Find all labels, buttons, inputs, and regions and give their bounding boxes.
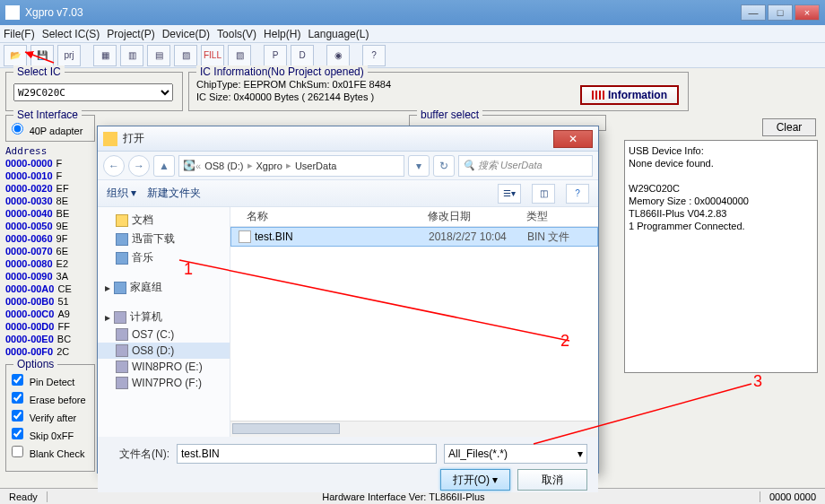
col-name[interactable]: 名称 [230, 209, 428, 224]
chip-read-icon[interactable]: ▦ [93, 45, 117, 66]
filename-input[interactable] [177, 444, 437, 464]
drive-icon: 💽 [183, 160, 195, 171]
tree-music[interactable]: 音乐 [98, 248, 230, 267]
menu-language[interactable]: Language(L) [308, 28, 369, 40]
menu-project[interactable]: Project(P) [107, 28, 154, 40]
prj-icon[interactable]: prj [57, 45, 81, 66]
refresh-button[interactable]: ↻ [433, 155, 455, 177]
column-headers[interactable]: 名称 修改日期 类型 [230, 207, 598, 227]
skip-ff-check[interactable]: Skip 0xFF [12, 428, 74, 442]
window-titlebar: Xgpro v7.03 — □ × [0, 0, 825, 25]
clear-button[interactable]: Clear [762, 118, 816, 136]
file-list: 名称 修改日期 类型 test.BIN 2018/2/27 10:04 BIN … [230, 207, 598, 437]
maximize-button[interactable]: □ [768, 4, 793, 21]
view-button[interactable]: ☰▾ [498, 184, 521, 204]
col-date[interactable]: 修改日期 [428, 209, 526, 224]
filename-label: 文件名(N): [109, 447, 169, 462]
search-input[interactable]: 🔍 搜索 UserData [458, 155, 593, 177]
dip-p-icon[interactable]: P [264, 45, 287, 66]
buffer-select-title: buffer select [417, 109, 482, 121]
set-interface-title: Set Interface [13, 109, 82, 121]
dialog-title: 打开 [123, 131, 553, 146]
ic-info-group: IC Information(No Project opened) ChipTy… [188, 72, 689, 111]
tree-drive-e[interactable]: WIN8PRO (E:) [98, 359, 230, 375]
tree-homegroup[interactable]: ▸ 家庭组 [98, 276, 230, 297]
help-icon[interactable]: ? [362, 45, 386, 66]
open-dialog: 打开 ✕ ← → ▲ 💽 « OS8 (D:)▸ Xgpro▸ UserData… [97, 126, 599, 474]
path-dropdown-button[interactable]: ▾ [408, 155, 430, 177]
menu-device[interactable]: Device(D) [162, 28, 210, 40]
organize-button[interactable]: 组织 ▾ [107, 186, 136, 201]
select-ic-combo[interactable]: W29C020C [13, 83, 173, 101]
fill-icon[interactable]: FILL [201, 45, 224, 66]
search-icon: 🔍 [463, 160, 475, 171]
dialog-toolbar: 组织 ▾ 新建文件夹 ☰▾ ◫ ? [98, 180, 598, 207]
dip-d-icon[interactable]: D [291, 45, 314, 66]
status-center: Hardware Interface Ver: TL866II-Plus [48, 491, 760, 502]
dialog-help-button[interactable]: ? [566, 184, 589, 204]
device-info-panel: USB Device Info: None device found. W29C… [624, 140, 818, 373]
open-icon[interactable]: 📂 [4, 45, 27, 66]
preview-button[interactable]: ◫ [532, 184, 555, 204]
tree-drive-d[interactable]: OS8 (D:) [98, 343, 230, 359]
test-icon[interactable]: ◉ [326, 45, 350, 66]
dialog-nav: ← → ▲ 💽 « OS8 (D:)▸ Xgpro▸ UserData ▾ ↻ … [98, 152, 598, 180]
tree-computer[interactable]: ▸ 计算机 [98, 306, 230, 326]
annotation-2: 2 [560, 332, 569, 351]
up-button[interactable]: ▲ [153, 155, 175, 177]
save-icon[interactable]: 💾 [30, 45, 54, 66]
horizontal-scrollbar[interactable] [230, 421, 598, 437]
annotation-3: 3 [753, 372, 762, 391]
file-icon [239, 230, 251, 243]
tree-drive-f[interactable]: WIN7PRO (F:) [98, 375, 230, 391]
ic-info-text: ChipType: EEPROM ChkSum: 0x01FE 8484 IC … [196, 78, 391, 103]
address-bar[interactable]: 💽 « OS8 (D:)▸ Xgpro▸ UserData [178, 155, 404, 177]
minimize-button[interactable]: — [741, 4, 766, 21]
back-button[interactable]: ← [103, 155, 125, 177]
app-icon [5, 5, 20, 20]
chip-write-icon[interactable]: ▥ [120, 45, 143, 66]
window-title: Xgpro v7.03 [25, 6, 739, 19]
blank-check[interactable]: Blank Check [12, 446, 84, 460]
toolbar: 📂 💾 prj ▦ ▥ ▤ ▨ FILL ▧ P D ◉ ? [0, 43, 825, 68]
status-right: 0000 0000 [760, 491, 825, 502]
dialog-titlebar: 打开 ✕ [98, 126, 598, 152]
options-group: Options Pin Detect Erase before Verify a… [5, 364, 95, 472]
file-row-testbin[interactable]: test.BIN 2018/2/27 10:04 BIN 文件 [230, 227, 598, 247]
information-button[interactable]: Information [580, 85, 679, 105]
open-button[interactable]: 打开(O) ▾ [440, 469, 510, 491]
options-title: Options [13, 358, 57, 370]
menu-selectic[interactable]: Select IC(S) [42, 28, 100, 40]
new-folder-button[interactable]: 新建文件夹 [147, 186, 201, 201]
forward-button[interactable]: → [128, 155, 150, 177]
adapter-radio[interactable]: 40P adapter [12, 123, 82, 137]
dialog-close-button[interactable]: ✕ [553, 130, 593, 148]
chip-blank-icon[interactable]: ▨ [174, 45, 197, 66]
verify-after-check[interactable]: Verify after [12, 410, 76, 424]
col-type[interactable]: 类型 [526, 209, 598, 224]
pin-detect-check[interactable]: Pin Detect [12, 374, 74, 388]
tree-drive-c[interactable]: OS7 (C:) [98, 326, 230, 343]
select-ic-group: Select IC W29C020C [5, 72, 183, 111]
cancel-button[interactable]: 取消 [517, 469, 587, 491]
chip-erase-icon[interactable]: ▧ [228, 45, 251, 66]
filetype-combo[interactable]: All_Files(*.*)▾ [444, 444, 587, 464]
chip-verify-icon[interactable]: ▤ [147, 45, 170, 66]
tree-xunlei[interactable]: 迅雷下载 [98, 230, 230, 248]
menu-help[interactable]: Help(H) [264, 28, 300, 40]
menu-file[interactable]: File(F) [4, 28, 35, 40]
select-ic-title: Select IC [13, 65, 65, 78]
nav-tree: 文档 迅雷下载 音乐 ▸ 家庭组 ▸ 计算机 OS7 (C:) OS8 (D:)… [98, 207, 230, 437]
status-left: Ready [0, 491, 48, 502]
menu-bar: File(F) Select IC(S) Project(P) Device(D… [0, 25, 825, 43]
dialog-footer: 文件名(N): All_Files(*.*)▾ 打开(O) ▾ 取消 [98, 437, 598, 492]
annotation-1: 1 [184, 260, 193, 279]
dialog-body: 文档 迅雷下载 音乐 ▸ 家庭组 ▸ 计算机 OS7 (C:) OS8 (D:)… [98, 207, 598, 437]
erase-before-check[interactable]: Erase before [12, 392, 86, 406]
ic-info-title: IC Information(No Project opened) [196, 65, 368, 78]
set-interface-group: Set Interface 40P adapter [5, 115, 95, 142]
tree-documents[interactable]: 文档 [98, 211, 230, 230]
folder-icon [103, 132, 117, 146]
close-button[interactable]: × [795, 4, 820, 21]
menu-tools[interactable]: Tools(V) [217, 28, 256, 40]
